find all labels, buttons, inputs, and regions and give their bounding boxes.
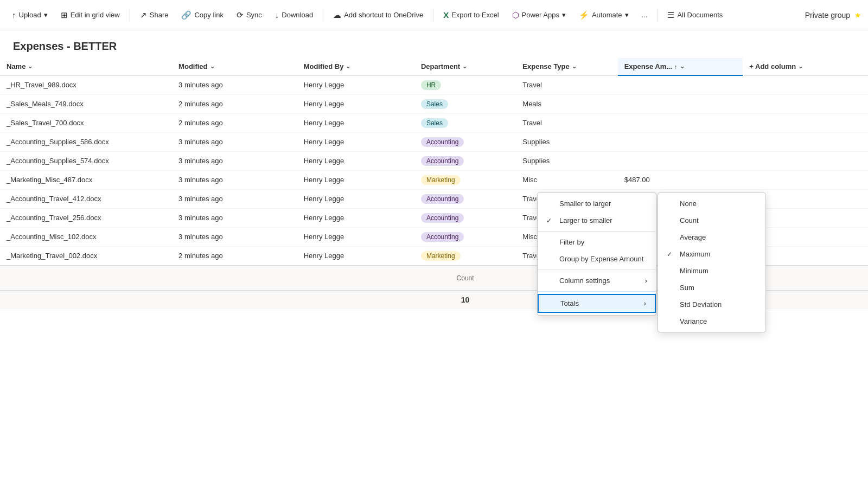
colsettings-arrow-icon: › bbox=[645, 277, 647, 285]
toolbar: ↑ Upload ▾ ⊞ Edit in grid view ↗ Share 🔗… bbox=[0, 0, 868, 30]
dept-badge-8: Accounting bbox=[421, 232, 464, 242]
cell-expense-type-5: Misc bbox=[516, 170, 617, 189]
edit-grid-button[interactable]: ⊞ Edit in grid view bbox=[55, 7, 125, 23]
table-container: Name ⌄ Modified ⌄ Modified By ⌄ bbox=[0, 58, 868, 483]
cell-modified-8: 3 minutes ago bbox=[172, 227, 297, 246]
divider-2 bbox=[323, 9, 323, 22]
sync-button[interactable]: ⟳ Sync bbox=[231, 7, 267, 23]
cell-name-9[interactable]: _Marketing_Travel_002.docx bbox=[0, 246, 172, 266]
group-by-item[interactable]: Group by Expense Amount bbox=[538, 251, 656, 267]
cell-name-2[interactable]: _Sales_Travel_700.docx bbox=[0, 113, 172, 132]
upload-chevron-icon: ▾ bbox=[44, 11, 48, 19]
cell-name-0[interactable]: _HR_Travel_989.docx bbox=[0, 75, 172, 94]
submenu-none[interactable]: None bbox=[658, 195, 765, 212]
modified-by-sort-icon: ⌄ bbox=[346, 63, 350, 70]
modified-sort-icon: ⌄ bbox=[210, 63, 215, 70]
automate-icon: ⚡ bbox=[579, 10, 589, 20]
cell-addcol-2 bbox=[743, 113, 868, 132]
cell-modified-by-8: Henry Legge bbox=[297, 227, 414, 246]
column-settings-item[interactable]: Column settings › bbox=[538, 272, 656, 289]
copy-link-button[interactable]: 🔗 Copy link bbox=[176, 7, 228, 23]
col-header-expense-amt[interactable]: Expense Am... ↑ ⌄ bbox=[618, 58, 743, 75]
table-header-row: Name ⌄ Modified ⌄ Modified By ⌄ bbox=[0, 58, 868, 75]
share-button[interactable]: ↗ Share bbox=[135, 7, 174, 23]
cell-modified-by-6: Henry Legge bbox=[297, 189, 414, 208]
submenu-std-deviation[interactable]: Std Deviation bbox=[658, 296, 765, 313]
upload-icon: ↑ bbox=[12, 10, 16, 20]
submenu-count[interactable]: Count bbox=[658, 212, 765, 229]
filter-by-item[interactable]: Filter by bbox=[538, 234, 656, 251]
automate-chevron-icon: ▾ bbox=[625, 11, 629, 19]
cell-department-1: Sales bbox=[414, 94, 516, 113]
dept-badge-5: Marketing bbox=[421, 175, 461, 185]
col-header-department[interactable]: Department ⌄ bbox=[414, 58, 516, 75]
cell-expense-type-3: Supplies bbox=[516, 132, 617, 151]
col-header-modified-by[interactable]: Modified By ⌄ bbox=[297, 58, 414, 75]
larger-to-smaller-item[interactable]: ✓ Larger to smaller bbox=[538, 212, 656, 229]
cell-modified-by-0: Henry Legge bbox=[297, 75, 414, 94]
cell-modified-9: 2 minutes ago bbox=[172, 246, 297, 266]
export-excel-button[interactable]: X Export to Excel bbox=[438, 7, 504, 23]
cell-name-8[interactable]: _Accounting_Misc_102.docx bbox=[0, 227, 172, 246]
page-title: Expenses - BETTER bbox=[13, 40, 117, 52]
star-icon: ★ bbox=[854, 11, 861, 20]
submenu-sum[interactable]: Sum bbox=[658, 279, 765, 296]
cell-expense-type-2: Travel bbox=[516, 113, 617, 132]
power-apps-button[interactable]: ⬡ Power Apps ▾ bbox=[507, 7, 571, 23]
cell-name-3[interactable]: _Accounting_Supplies_586.docx bbox=[0, 132, 172, 151]
cell-department-5: Marketing bbox=[414, 170, 516, 189]
menu-sep-1 bbox=[538, 231, 656, 232]
automate-button[interactable]: ⚡ Automate ▾ bbox=[573, 7, 634, 23]
cell-modified-by-7: Henry Legge bbox=[297, 208, 414, 227]
all-documents-button[interactable]: ☰ All Documents bbox=[662, 7, 728, 23]
download-button[interactable]: ↓ Download bbox=[270, 7, 318, 23]
cell-expense-type-1: Meals bbox=[516, 94, 617, 113]
col-header-add-column[interactable]: + Add column ⌄ bbox=[743, 58, 868, 75]
cell-name-5[interactable]: _Marketing_Misc_487.docx bbox=[0, 170, 172, 189]
cell-name-7[interactable]: _Accounting_Travel_256.docx bbox=[0, 208, 172, 227]
totals-empty-modby bbox=[297, 266, 414, 291]
dept-badge-3: Accounting bbox=[421, 137, 464, 147]
totals-item[interactable]: Totals › bbox=[538, 294, 656, 313]
col-header-modified[interactable]: Modified ⌄ bbox=[172, 58, 297, 75]
cell-addcol-5 bbox=[743, 170, 868, 189]
menu-sep-2 bbox=[538, 269, 656, 270]
cell-modified-1: 2 minutes ago bbox=[172, 94, 297, 113]
submenu-variance[interactable]: Variance bbox=[658, 313, 765, 330]
submenu-average[interactable]: Average bbox=[658, 229, 765, 246]
col-header-expense-type[interactable]: Expense Type ⌄ bbox=[516, 58, 617, 75]
share-icon: ↗ bbox=[140, 10, 147, 20]
private-group-area: Private group ★ bbox=[805, 0, 861, 30]
submenu-maximum[interactable]: ✓ Maximum bbox=[658, 246, 765, 262]
totals-count-label: Count bbox=[414, 266, 516, 291]
name-sort-icon: ⌄ bbox=[28, 63, 33, 70]
cell-addcol-4 bbox=[743, 151, 868, 170]
cell-modified-by-3: Henry Legge bbox=[297, 132, 414, 151]
cell-addcol-3 bbox=[743, 132, 868, 151]
cell-department-7: Accounting bbox=[414, 208, 516, 227]
submenu-minimum[interactable]: Minimum bbox=[658, 262, 765, 279]
smaller-to-larger-item[interactable]: Smaller to larger bbox=[538, 195, 656, 212]
page-header: Expenses - BETTER bbox=[0, 30, 868, 58]
expamt-dropdown-icon[interactable]: ⌄ bbox=[680, 63, 685, 70]
cell-expense-amt-0 bbox=[618, 75, 743, 94]
cell-department-3: Accounting bbox=[414, 132, 516, 151]
cell-expense-amt-2 bbox=[618, 113, 743, 132]
cell-name-6[interactable]: _Accounting_Travel_412.docx bbox=[0, 189, 172, 208]
table-row: _Sales_Travel_700.docx2 minutes agoHenry… bbox=[0, 113, 868, 132]
dept-sort-icon: ⌄ bbox=[462, 63, 467, 70]
cell-expense-amt-1 bbox=[618, 94, 743, 113]
col-header-name[interactable]: Name ⌄ bbox=[0, 58, 172, 75]
cell-name-4[interactable]: _Accounting_Supplies_574.docx bbox=[0, 151, 172, 170]
table-row: _HR_Travel_989.docx3 minutes agoHenry Le… bbox=[0, 75, 868, 94]
excel-icon: X bbox=[443, 10, 449, 20]
upload-button[interactable]: ↑ Upload ▾ bbox=[7, 7, 53, 23]
table-row: _Accounting_Supplies_574.docx3 minutes a… bbox=[0, 151, 868, 170]
cell-modified-3: 3 minutes ago bbox=[172, 132, 297, 151]
cell-modified-by-2: Henry Legge bbox=[297, 113, 414, 132]
add-shortcut-button[interactable]: ☁ Add shortcut to OneDrive bbox=[328, 7, 429, 23]
cell-name-1[interactable]: _Sales_Meals_749.docx bbox=[0, 94, 172, 113]
more-button[interactable]: ... bbox=[636, 8, 653, 22]
cell-expense-type-4: Supplies bbox=[516, 151, 617, 170]
dept-badge-0: HR bbox=[421, 80, 441, 90]
